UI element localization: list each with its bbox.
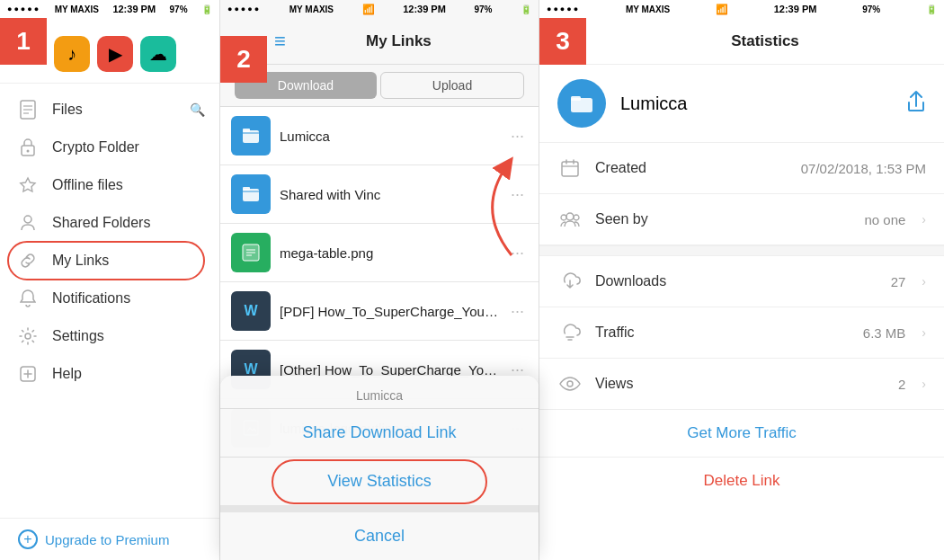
battery-icon-2: 🔋 [521, 4, 531, 14]
svg-rect-18 [571, 96, 581, 101]
files-icon [18, 100, 38, 120]
search-icon[interactable]: 🔍 [190, 102, 205, 117]
hamburger-icon[interactable]: ≡ [274, 30, 286, 53]
sidebar-item-help[interactable]: Help [0, 355, 219, 393]
svg-point-26 [567, 381, 573, 387]
stat-row-created: Created 07/02/2018, 1:53 PM [539, 143, 944, 194]
sidebar-item-crypto-label: Crypto Folder [52, 139, 139, 156]
file-info-other: [Other] How_To_SuperCharge_Your_WordPre.… [280, 362, 498, 378]
svg-rect-11 [243, 130, 259, 143]
get-more-traffic-button[interactable]: Get More Traffic [539, 410, 944, 457]
sidebar-item-settings[interactable]: Settings [0, 317, 219, 355]
downloads-label: Downloads [595, 273, 878, 289]
stat-row-downloads[interactable]: Downloads 27 › [539, 256, 944, 307]
file-item-pdf[interactable]: W [PDF] How_To_SuperCharge_Your_WordPre.… [220, 282, 539, 341]
stat-row-seenby[interactable]: Seen by no one › [539, 194, 944, 245]
traffic-value: 6.3 MB [863, 325, 906, 341]
sidebar-panel: ●●●●● MY MAXIS 12:39 PM 97% 🔋 1 ♪ ▶ ☁ Fi… [0, 0, 220, 560]
download-cloud-icon [557, 269, 583, 294]
file-item-shared[interactable]: Shared with Vinc ··· [220, 165, 539, 224]
sidebar-item-shared[interactable]: Shared Folders [0, 204, 219, 242]
lock-icon [18, 138, 38, 157]
stat-section-gap [539, 245, 944, 256]
sidebar-item-settings-label: Settings [52, 328, 104, 344]
file-thumb-pdf: W [231, 291, 271, 331]
file-more-pdf[interactable]: ··· [507, 298, 528, 324]
plus-icon [18, 364, 38, 384]
battery-icon-1: 🔋 [201, 4, 212, 14]
tab-upload[interactable]: Upload [380, 72, 524, 99]
seenby-value: no one [864, 212, 905, 227]
battery-2: 97% [474, 4, 492, 14]
stat-row-views[interactable]: Views 2 › [539, 359, 944, 410]
person-icon [18, 213, 38, 233]
file-more-shared[interactable]: ··· [507, 182, 528, 208]
signal-dots-1: ●●●●● [7, 4, 40, 13]
context-menu: Lumicca Share Download Link View Statist… [220, 376, 539, 560]
sidebar-item-offline[interactable]: Offline files [0, 166, 219, 204]
view-statistics-button[interactable]: View Statistics [220, 458, 539, 505]
sidebar-item-crypto[interactable]: Crypto Folder [0, 129, 219, 166]
file-item-lumicca[interactable]: Lumicca ··· [220, 107, 539, 165]
file-more-lumicca[interactable]: ··· [507, 123, 528, 149]
share-download-link-button[interactable]: Share Download Link [220, 409, 539, 457]
delete-link-button[interactable]: Delete Link [539, 458, 944, 504]
time-1: 12:39 PM [112, 4, 156, 14]
stat-rows: Created 07/02/2018, 1:53 PM Seen by no o… [539, 143, 944, 245]
signal-dots-2: ●●●●● [227, 4, 261, 13]
traffic-chevron: › [922, 325, 926, 340]
file-name-megatable: mega-table.png [280, 245, 498, 261]
sidebar-item-shared-label: Shared Folders [52, 215, 150, 231]
carrier-2: MY MAXIS [289, 4, 334, 14]
app-icon-music[interactable]: ♪ [54, 36, 90, 72]
eye-icon [557, 371, 583, 396]
statistics-panel: ●●●●● MY MAXIS 📶 12:39 PM 97% 🔋 3 Statis… [539, 0, 944, 560]
mylinks-title: My Links [286, 32, 512, 50]
file-name-other: [Other] How_To_SuperCharge_Your_WordPre.… [280, 362, 498, 378]
file-info-shared: Shared with Vinc [280, 187, 498, 202]
sidebar-item-notifications[interactable]: Notifications [0, 280, 219, 317]
nav-list: Files 🔍 Crypto Folder Offline files [0, 84, 219, 518]
signal-dots-3: ●●●●● [547, 4, 580, 13]
stat-row-traffic[interactable]: Traffic 6.3 MB › [539, 307, 944, 359]
views-chevron: › [922, 377, 926, 391]
stat-rows-2: Downloads 27 › Traffic 6.3 MB › [539, 256, 944, 410]
sidebar-item-offline-label: Offline files [52, 177, 123, 193]
app-icon-video[interactable]: ▶ [97, 36, 133, 72]
cancel-button[interactable]: Cancel [220, 505, 539, 560]
file-more-megatable[interactable]: ··· [507, 240, 528, 266]
file-item-megatable[interactable]: mega-table.png ··· [220, 224, 539, 282]
sidebar-item-mylinks[interactable]: My Links [0, 242, 219, 280]
wifi-icon-2: 📶 [362, 4, 375, 15]
status-bar-1: ●●●●● MY MAXIS 12:39 PM 97% 🔋 [0, 0, 219, 18]
file-name-pdf: [PDF] How_To_SuperCharge_Your_WordPre... [280, 304, 498, 319]
upgrade-label: Upgrade to Premium [45, 532, 169, 547]
seenby-icon [557, 207, 583, 232]
file-info-megatable: mega-table.png [280, 245, 498, 261]
time-3: 12:39 PM [774, 4, 817, 14]
share-icon[interactable] [906, 90, 926, 118]
upgrade-button[interactable]: + Upgrade to Premium [0, 518, 219, 560]
svg-rect-13 [243, 189, 259, 201]
file-name-lumicca: Lumicca [280, 129, 498, 144]
folder-icon [557, 79, 606, 128]
tab-bar: Download Upload [220, 65, 539, 107]
sidebar-item-files[interactable]: Files 🔍 [0, 91, 219, 129]
svg-rect-19 [562, 162, 578, 176]
traffic-label: Traffic [595, 324, 850, 341]
star-icon [18, 175, 38, 195]
downloads-chevron: › [922, 274, 926, 289]
svg-point-6 [24, 216, 31, 223]
carrier-3: MY MAXIS [626, 4, 670, 14]
svg-point-23 [566, 213, 574, 220]
app-icon-cloud[interactable]: ☁ [140, 36, 176, 72]
created-value: 07/02/2018, 1:53 PM [801, 161, 926, 176]
time-2: 12:39 PM [403, 4, 446, 14]
battery-3: 97% [862, 4, 880, 14]
panel-badge-2: 2 [220, 36, 267, 83]
sidebar-item-mylinks-label: My Links [52, 253, 109, 269]
battery-1: 97% [170, 4, 188, 14]
seenby-chevron: › [922, 212, 926, 227]
traffic-cloud-icon [557, 320, 583, 345]
svg-rect-12 [243, 129, 250, 132]
